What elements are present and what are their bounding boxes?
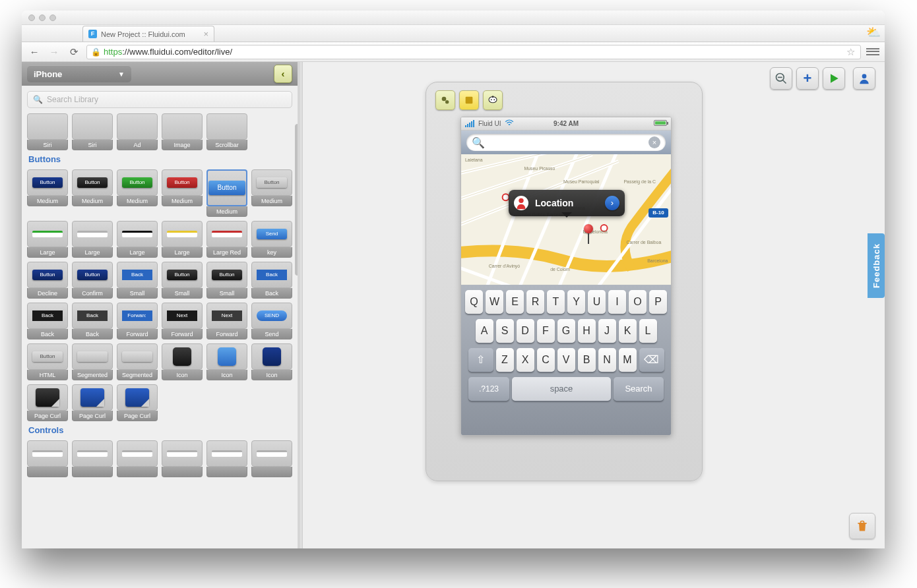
screen-settings-button[interactable] (435, 90, 455, 110)
library-widget[interactable]: ButtonHTML (27, 343, 68, 380)
library-widget[interactable]: BackSmall (117, 262, 158, 299)
library-widget[interactable]: NextForward (206, 303, 247, 339)
key-i[interactable]: I (608, 290, 626, 314)
library-widget[interactable]: Icon (251, 343, 292, 380)
library-widget[interactable]: Icon (162, 343, 203, 380)
library-widget[interactable]: BackBack (27, 303, 68, 339)
key-o[interactable]: O (629, 290, 647, 314)
key-b[interactable]: B (578, 348, 596, 372)
library-widget[interactable]: Page Curl (117, 384, 158, 421)
key-y[interactable]: Y (567, 290, 585, 314)
library-widget[interactable]: ButtonMedium (206, 169, 247, 217)
library-widget[interactable] (72, 440, 113, 477)
back-button[interactable]: ← (27, 45, 42, 59)
add-screen-button[interactable]: + (796, 67, 819, 90)
library-widget[interactable] (206, 440, 247, 477)
library-widget[interactable]: ButtonMedium (162, 169, 203, 217)
library-widget[interactable]: Large (117, 221, 158, 258)
browser-tab[interactable]: F New Project :: Fluidui.com × (82, 26, 214, 42)
library-search-input[interactable]: 🔍 Search Library (27, 91, 292, 108)
map-callout[interactable]: Location › (509, 190, 625, 216)
library-widget[interactable]: ForwardForward (117, 303, 158, 339)
key-r[interactable]: R (526, 290, 544, 314)
library-widget[interactable]: ButtonSmall (162, 262, 203, 299)
key-t[interactable]: T (547, 290, 565, 314)
key-m[interactable]: M (619, 348, 637, 372)
library-widget[interactable]: Ad (117, 113, 158, 150)
key-c[interactable]: C (537, 348, 555, 372)
key-n[interactable]: N (598, 348, 616, 372)
library-widget[interactable]: Scrollbar (206, 113, 247, 150)
key-space[interactable]: space (512, 377, 611, 401)
disclosure-icon[interactable]: › (605, 196, 619, 210)
library-widget[interactable]: SENDSend (251, 303, 292, 339)
close-icon[interactable]: × (203, 29, 208, 39)
library-widget[interactable]: ButtonDecline (27, 262, 68, 299)
weather-extension-icon[interactable]: ⛅ (866, 25, 881, 40)
bookmark-icon[interactable]: ☆ (844, 46, 856, 58)
library-widget[interactable]: Siri (72, 113, 113, 150)
library-widget[interactable]: BackBack (72, 303, 113, 339)
key-search[interactable]: Search (614, 377, 664, 401)
key-k[interactable]: K (619, 319, 637, 343)
map-search-input[interactable]: 🔍 × (466, 134, 666, 151)
address-bar[interactable]: 🔒 https ://www.fluidui.com/editor/live/ … (86, 45, 861, 59)
key-u[interactable]: U (588, 290, 606, 314)
device-selector[interactable]: iPhone ▼ (27, 65, 131, 82)
library-widget[interactable] (27, 440, 68, 477)
map-pin[interactable] (584, 224, 593, 244)
key-p[interactable]: P (649, 290, 667, 314)
library-widget[interactable]: ButtonConfirm (72, 262, 113, 299)
forward-button[interactable]: → (47, 45, 61, 59)
screen-frame[interactable]: Fluid UI 9:42 AM 🔍 × (426, 82, 703, 481)
library-widget[interactable]: ButtonSmall (206, 262, 247, 299)
library-widget[interactable] (117, 440, 158, 477)
key-e[interactable]: E (506, 290, 524, 314)
key-symbols[interactable]: .?123 (468, 377, 509, 401)
library-widget[interactable]: ButtonMedium (72, 169, 113, 217)
canvas-area[interactable]: + (303, 62, 885, 548)
library-widget[interactable]: Segmented (72, 343, 113, 380)
key-shift[interactable]: ⇧ (468, 348, 493, 372)
library-widget[interactable]: Large (162, 221, 203, 258)
key-h[interactable]: H (578, 319, 596, 343)
key-a[interactable]: A (476, 319, 493, 343)
account-button[interactable] (853, 67, 875, 90)
library-widget[interactable]: Image (162, 113, 203, 150)
library-widget[interactable]: BackBack (251, 262, 292, 299)
key-s[interactable]: S (496, 319, 514, 343)
library-widget[interactable] (162, 440, 203, 477)
screen-link-button[interactable] (483, 90, 503, 110)
library-widget[interactable]: Icon (206, 343, 247, 380)
library-widget[interactable]: Large Red (206, 221, 247, 258)
library-widget[interactable]: Sendkey (251, 221, 292, 258)
menu-icon[interactable] (866, 46, 879, 58)
library-widget[interactable]: NextForward (162, 303, 203, 339)
library-widget[interactable]: ButtonMedium (27, 169, 68, 217)
library-widget[interactable]: Page Curl (72, 384, 113, 421)
key-j[interactable]: J (598, 319, 616, 343)
library-widget[interactable]: Segmented (117, 343, 158, 380)
library-widget[interactable]: Large (27, 221, 68, 258)
traffic-lights[interactable] (28, 12, 60, 24)
key-z[interactable]: Z (496, 348, 514, 372)
key-l[interactable]: L (639, 319, 657, 343)
key-g[interactable]: G (557, 319, 575, 343)
key-backspace[interactable]: ⌫ (639, 348, 664, 372)
library-widget[interactable]: ButtonMedium (251, 169, 292, 217)
library-widget[interactable]: Page Curl (27, 384, 68, 421)
feedback-tab[interactable]: Feedback (868, 233, 885, 298)
key-x[interactable]: X (517, 348, 534, 372)
preview-button[interactable] (823, 67, 845, 90)
library-widget[interactable]: ButtonMedium (117, 169, 158, 217)
library-scrollbar[interactable] (295, 124, 298, 276)
key-d[interactable]: D (517, 319, 534, 343)
collapse-library-button[interactable]: ‹ (274, 65, 292, 83)
zoom-out-button[interactable] (770, 67, 792, 90)
key-v[interactable]: V (557, 348, 575, 372)
map-view[interactable]: Laietana Museu Picasso Museu Parroquial … (461, 154, 671, 285)
key-w[interactable]: W (486, 290, 503, 314)
reload-button[interactable]: ⟳ (67, 45, 81, 59)
trash-button[interactable] (849, 513, 875, 539)
library-widget[interactable] (251, 440, 292, 477)
